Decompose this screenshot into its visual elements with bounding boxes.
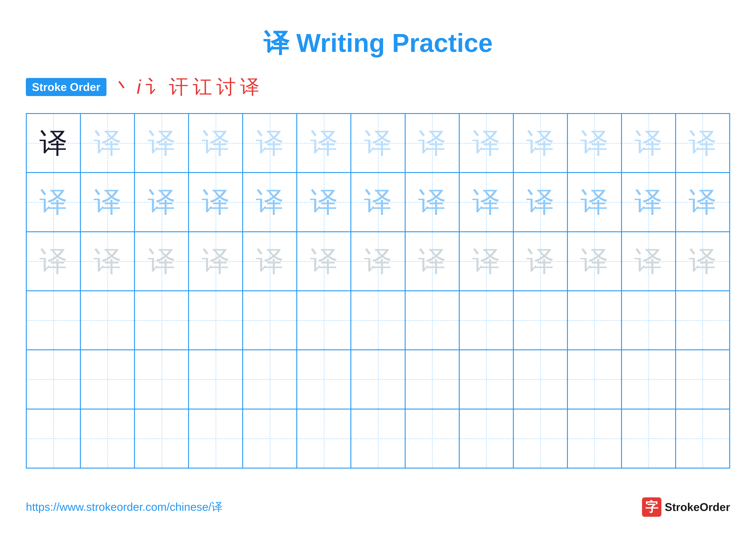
grid-cell[interactable]: 译 [243,232,297,291]
grid-cell[interactable] [622,409,676,468]
stroke-6: 讨 [216,74,236,100]
grid-cell[interactable]: 译 [459,114,513,172]
grid-cell[interactable]: 译 [622,172,676,232]
grid-cell[interactable] [676,409,730,468]
grid-cell[interactable] [405,291,459,350]
stroke-sequence: 丶 i 讠 讦 讧 讨 译 [113,74,259,100]
stroke-2: i [137,76,141,98]
grid-cell[interactable] [26,409,80,468]
grid-cell[interactable] [622,291,676,350]
grid-cell[interactable]: 译 [80,172,134,232]
grid-cell[interactable]: 译 [676,172,730,232]
grid-cell[interactable]: 译 [405,232,459,291]
grid-cell[interactable]: 译 [459,232,513,291]
footer-url: https://www.strokeorder.com/chinese/译 [26,499,223,515]
grid-cell[interactable]: 译 [405,114,459,172]
stroke-5: 讧 [193,74,212,100]
grid-cell[interactable]: 译 [26,114,80,172]
grid-cell[interactable] [459,409,513,468]
grid-cell[interactable] [676,291,730,350]
grid-cell[interactable] [297,409,351,468]
grid-cell[interactable] [297,291,351,350]
grid-cell[interactable] [134,291,189,350]
grid-cell[interactable]: 译 [405,172,459,232]
logo-text: StrokeOrder [665,501,730,514]
grid-cell[interactable] [189,291,243,350]
grid-cell[interactable] [134,409,189,468]
grid-cell[interactable]: 译 [297,172,351,232]
grid-cell[interactable]: 译 [243,114,297,172]
stroke-4: 讦 [169,74,188,100]
grid-cell[interactable] [297,350,351,409]
grid-cell[interactable] [243,291,297,350]
grid-cell[interactable] [622,350,676,409]
grid-cell[interactable] [513,409,567,468]
grid-cell[interactable]: 译 [622,114,676,172]
grid-cell[interactable] [243,409,297,468]
grid-cell[interactable]: 译 [189,172,243,232]
page: 译 Writing Practice Stroke Order 丶 i 讠 讦 … [0,0,756,534]
grid-cell[interactable]: 译 [351,172,405,232]
grid-cell[interactable]: 译 [513,114,567,172]
grid-cell[interactable]: 译 [243,172,297,232]
grid-cell[interactable]: 译 [622,232,676,291]
grid-cell[interactable]: 译 [26,232,80,291]
practice-grid: 译译译译译译译译译译译译译译译译译译译译译译译译译译译译译译译译译译译译译译译 [26,113,730,469]
grid-cell[interactable] [405,409,459,468]
grid-cell[interactable] [26,350,80,409]
grid-cell[interactable] [80,350,134,409]
grid-cell[interactable] [459,291,513,350]
stroke-order-row: Stroke Order 丶 i 讠 讦 讧 讨 译 [26,74,730,100]
grid-cell[interactable]: 译 [351,114,405,172]
grid-cell[interactable] [459,350,513,409]
grid-cell[interactable]: 译 [26,172,80,232]
grid-cell[interactable]: 译 [676,114,730,172]
grid-cell[interactable] [351,350,405,409]
grid-cell[interactable] [189,409,243,468]
grid-cell[interactable]: 译 [567,232,622,291]
grid-cell[interactable]: 译 [134,232,189,291]
footer-logo: 字 StrokeOrder [642,497,730,517]
grid-cell[interactable]: 译 [351,232,405,291]
stroke-7: 译 [240,74,259,100]
grid-cell[interactable]: 译 [134,172,189,232]
logo-icon: 字 [642,497,662,517]
grid-cell[interactable] [26,291,80,350]
grid-cell[interactable] [80,291,134,350]
grid-cell[interactable] [567,350,622,409]
grid-cell[interactable]: 译 [513,172,567,232]
grid-cell[interactable]: 译 [297,114,351,172]
grid-cell[interactable] [567,409,622,468]
grid-cell[interactable]: 译 [80,232,134,291]
footer: https://www.strokeorder.com/chinese/译 字 … [26,497,730,517]
grid-cell[interactable] [80,409,134,468]
grid-cell[interactable]: 译 [459,172,513,232]
grid-cell[interactable] [405,350,459,409]
grid-cell[interactable] [189,350,243,409]
grid-cell[interactable]: 译 [80,114,134,172]
grid-cell[interactable] [243,350,297,409]
page-title: 译 Writing Practice [26,26,730,61]
grid-cell[interactable] [351,291,405,350]
grid-cell[interactable] [567,291,622,350]
grid-cell[interactable] [351,409,405,468]
grid-cell[interactable]: 译 [567,172,622,232]
grid-cell[interactable]: 译 [567,114,622,172]
grid-cell[interactable]: 译 [676,232,730,291]
stroke-order-badge: Stroke Order [26,78,106,96]
grid-cell[interactable] [513,291,567,350]
grid-cell[interactable]: 译 [513,232,567,291]
stroke-3: 讠 [145,74,165,100]
grid-cell[interactable]: 译 [297,232,351,291]
grid-cell[interactable]: 译 [189,114,243,172]
stroke-1: 丶 [113,74,132,100]
grid-cell[interactable] [676,350,730,409]
grid-cell[interactable]: 译 [134,114,189,172]
grid-cell[interactable]: 译 [189,232,243,291]
grid-cell[interactable] [134,350,189,409]
grid-cell[interactable] [513,350,567,409]
